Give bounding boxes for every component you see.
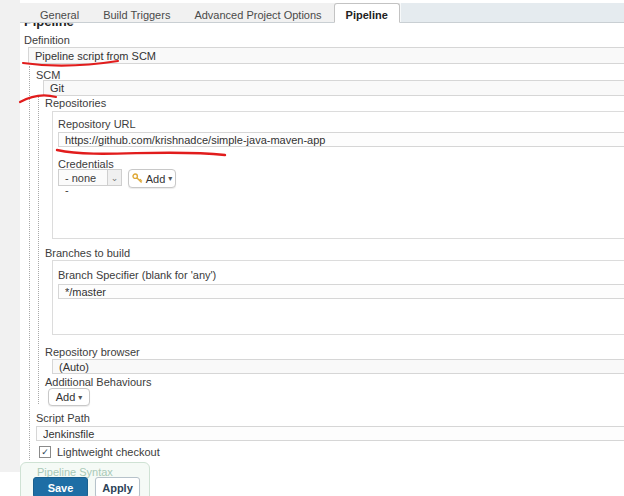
save-button[interactable]: Save	[33, 477, 88, 496]
repository-browser-select[interactable]: (Auto)	[52, 359, 624, 374]
tab-bar-filler	[400, 3, 624, 22]
branches-section-label: Branches to build	[45, 247, 130, 259]
definition-select[interactable]: Pipeline script from SCM	[28, 47, 624, 64]
additional-behaviours-label: Additional Behaviours	[45, 376, 151, 388]
page-left-margin	[0, 0, 20, 472]
add-behaviour-button[interactable]: Add ▾	[48, 388, 90, 406]
credentials-select[interactable]: - none - ⌄	[58, 169, 122, 186]
tab-build-triggers[interactable]: Build Triggers	[91, 3, 182, 22]
chevron-down-icon[interactable]: ⌄	[108, 169, 122, 186]
caret-down-icon: ▾	[168, 174, 172, 183]
lightweight-checkout-row: ✓ Lightweight checkout	[39, 446, 160, 458]
lightweight-checkout-checkbox[interactable]: ✓	[39, 446, 51, 458]
tab-general[interactable]: General	[28, 3, 91, 22]
credentials-select-value: - none -	[58, 169, 108, 186]
script-path-input[interactable]	[36, 426, 624, 441]
tab-advanced-project-options[interactable]: Advanced Project Options	[182, 3, 333, 22]
scm-select[interactable]: Git	[43, 80, 624, 96]
section-header-clipped: Pipeline	[24, 23, 144, 31]
branch-specifier-input[interactable]	[58, 284, 624, 299]
jenkins-pipeline-config-page: General Build Triggers Advanced Project …	[0, 0, 624, 496]
add-credentials-button[interactable]: Add ▾	[128, 169, 176, 188]
repository-url-input[interactable]	[58, 132, 624, 147]
branch-specifier-label: Branch Specifier (blank for 'any')	[58, 269, 216, 281]
script-path-label: Script Path	[36, 412, 90, 424]
config-tab-bar: General Build Triggers Advanced Project …	[20, 3, 624, 23]
repository-url-label: Repository URL	[58, 118, 136, 130]
lightweight-checkout-label: Lightweight checkout	[57, 446, 160, 458]
indent-guide-1	[29, 66, 30, 460]
repositories-section-label: Repositories	[45, 97, 106, 109]
add-credentials-button-label: Add	[146, 173, 166, 185]
add-behaviour-button-label: Add	[56, 391, 76, 403]
indent-guide-2	[38, 96, 39, 404]
caret-down-icon: ▾	[78, 393, 82, 402]
repository-browser-label: Repository browser	[45, 346, 140, 358]
apply-button[interactable]: Apply	[95, 477, 140, 496]
tab-pipeline[interactable]: Pipeline	[334, 3, 400, 23]
definition-label: Definition	[24, 34, 70, 46]
key-icon	[132, 173, 143, 184]
check-icon: ✓	[41, 447, 49, 457]
